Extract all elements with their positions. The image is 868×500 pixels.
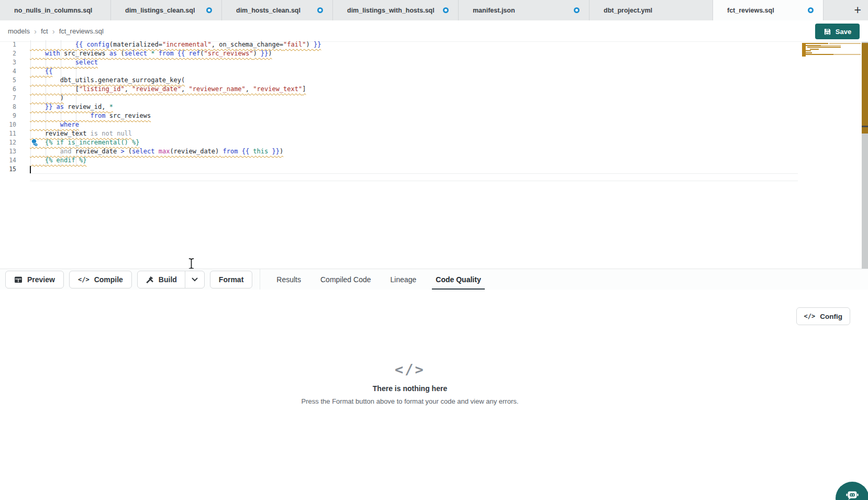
line-content: {{ xyxy=(30,67,52,76)
code-line-13[interactable]: 13 and review_date > (select max(review_… xyxy=(0,147,798,156)
breadcrumb-item-fct_reviews.sql: fct_reviews.sql xyxy=(59,27,104,35)
line-content: ) xyxy=(30,94,64,103)
code-line-1[interactable]: 1 {{ config(materialized="incremental", … xyxy=(0,40,798,49)
format-label: Format xyxy=(219,275,243,284)
build-label: Build xyxy=(159,275,177,284)
unsaved-dot xyxy=(574,7,580,13)
breadcrumb-item-models[interactable]: models xyxy=(8,27,30,35)
file-tab-dim_listings_with_hosts.sql[interactable]: dim_listings_with_hosts.sql xyxy=(333,0,459,20)
compile-button[interactable]: </> Compile xyxy=(69,271,132,288)
build-button[interactable]: Build xyxy=(138,271,185,288)
file-tab-dim_listings_clean.sql[interactable]: dim_listings_clean.sql xyxy=(111,0,222,20)
save-label: Save xyxy=(836,28,851,36)
breadcrumb-separator: › xyxy=(34,27,37,36)
tab-label: no_nulls_in_columns.sql xyxy=(14,7,92,14)
code-line-7[interactable]: 7 ) xyxy=(0,94,798,103)
file-tab-no_nulls_in_columns.sql[interactable]: no_nulls_in_columns.sql xyxy=(0,0,111,20)
panel-tab-label: Results xyxy=(276,275,301,284)
line-content: review_text is not null xyxy=(30,129,132,138)
code-line-14[interactable]: 14 {% endif %} xyxy=(0,156,798,165)
panel-tab-code-quality[interactable]: Code Quality xyxy=(436,269,481,290)
code-line-2[interactable]: 2 with src_reviews as (select * from {{ … xyxy=(0,49,798,58)
empty-state-title: There is nothing here xyxy=(0,384,820,393)
code-line-12[interactable]: 12 {% if is_incremental() %} xyxy=(0,138,798,147)
line-number: 13 xyxy=(0,147,16,156)
panel-tab-lineage[interactable]: Lineage xyxy=(391,269,417,290)
preview-button[interactable]: Preview xyxy=(5,271,64,288)
config-label: Config xyxy=(820,313,842,320)
text-caret xyxy=(30,166,31,173)
minimap[interactable] xyxy=(798,42,861,269)
scroll-position-mark xyxy=(862,126,868,127)
tab-label: dim_listings_clean.sql xyxy=(125,7,195,14)
unsaved-dot xyxy=(443,7,449,13)
panel-tab-results[interactable]: Results xyxy=(276,269,301,290)
code-icon: </> xyxy=(804,313,816,320)
line-content: and review_date > (select max(review_dat… xyxy=(30,147,283,156)
save-icon xyxy=(824,28,831,36)
line-number: 9 xyxy=(0,112,16,120)
format-button[interactable]: Format xyxy=(210,271,252,288)
tab-label: dim_listings_with_hosts.sql xyxy=(347,7,435,14)
line-number: 8 xyxy=(0,103,16,112)
toolbar-divider xyxy=(260,269,260,290)
breadcrumb-bar: models›fct›fct_reviews.sql xyxy=(0,20,868,42)
new-tab-button[interactable]: + xyxy=(854,3,861,17)
line-content: select xyxy=(30,58,98,67)
panel-tab-label: Code Quality xyxy=(436,275,481,284)
file-tab-manifest.json[interactable]: manifest.json xyxy=(459,0,589,20)
empty-state: </> There is nothing here Press the Form… xyxy=(0,361,820,405)
line-number: 7 xyxy=(0,94,16,103)
line-number: 1 xyxy=(0,40,16,49)
table-icon xyxy=(14,275,23,284)
code-line-8[interactable]: 8 }} as review_id, * xyxy=(0,103,798,112)
save-button[interactable]: Save xyxy=(815,24,860,39)
tab-label: fct_reviews.sql xyxy=(727,7,774,14)
chevron-down-icon xyxy=(192,277,198,282)
code-line-3[interactable]: 3 select xyxy=(0,58,798,67)
unsaved-dot xyxy=(808,7,814,13)
code-line-6[interactable]: 6 ["listing_id", "review_date", "reviewe… xyxy=(0,85,798,94)
breadcrumb-item-fct[interactable]: fct xyxy=(41,27,48,35)
line-number: 12 xyxy=(0,138,16,147)
warning-marks xyxy=(862,43,868,134)
code-line-15[interactable]: 15 xyxy=(0,165,798,174)
panel-tab-compiled-code[interactable]: Compiled Code xyxy=(320,269,371,290)
line-content: {% endif %} xyxy=(30,156,86,165)
file-tab-dbt_project.yml[interactable]: dbt_project.yml xyxy=(589,0,713,20)
panel-tab-label: Lineage xyxy=(391,275,417,284)
line-number: 3 xyxy=(0,58,16,67)
code-line-4[interactable]: 4 {{ xyxy=(0,67,798,76)
file-tab-fct_reviews.sql[interactable]: fct_reviews.sql xyxy=(713,0,824,20)
code-lines: 1 {{ config(materialized="incremental", … xyxy=(0,40,798,174)
line-content: ["listing_id", "review_date", "reviewer_… xyxy=(30,85,306,94)
config-button[interactable]: </> Config xyxy=(796,307,850,325)
code-slash-icon: </> xyxy=(0,361,820,377)
line-content: where xyxy=(30,120,79,129)
robot-chat-icon xyxy=(844,487,860,500)
panel-tabs: ResultsCompiled CodeLineageCode Quality xyxy=(276,269,481,290)
lightbulb-autofix-icon[interactable] xyxy=(30,139,38,147)
code-line-5[interactable]: 5 dbt_utils.generate_surrogate_key( xyxy=(0,76,798,85)
line-number: 4 xyxy=(0,67,16,76)
code-line-10[interactable]: 10 where xyxy=(0,120,798,129)
line-content: from src_reviews xyxy=(30,112,151,120)
unsaved-dot xyxy=(317,7,323,13)
tab-label: dim_hosts_clean.sql xyxy=(236,7,301,14)
build-split-button: Build xyxy=(137,271,205,288)
file-tab-bar: no_nulls_in_columns.sqldim_listings_clea… xyxy=(0,0,868,20)
code-line-11[interactable]: 11 review_text is not null xyxy=(0,129,798,138)
empty-state-subtitle: Press the Format button above to format … xyxy=(0,397,820,405)
line-content: dbt_utils.generate_surrogate_key( xyxy=(30,76,185,85)
tab-label: dbt_project.yml xyxy=(604,7,652,14)
code-icon: </> xyxy=(78,276,90,283)
build-dropdown-button[interactable] xyxy=(185,271,204,288)
file-tab-dim_hosts_clean.sql[interactable]: dim_hosts_clean.sql xyxy=(222,0,333,20)
tab-strip: no_nulls_in_columns.sqldim_listings_clea… xyxy=(0,0,824,20)
line-content: with src_reviews as (select * from {{ re… xyxy=(30,49,272,58)
code-line-9[interactable]: 9 from src_reviews xyxy=(0,112,798,120)
line-number: 6 xyxy=(0,85,16,94)
code-editor[interactable]: 1 {{ config(materialized="incremental", … xyxy=(0,42,868,269)
preview-label: Preview xyxy=(27,275,55,284)
overview-ruler-scrollbar[interactable] xyxy=(862,42,868,269)
